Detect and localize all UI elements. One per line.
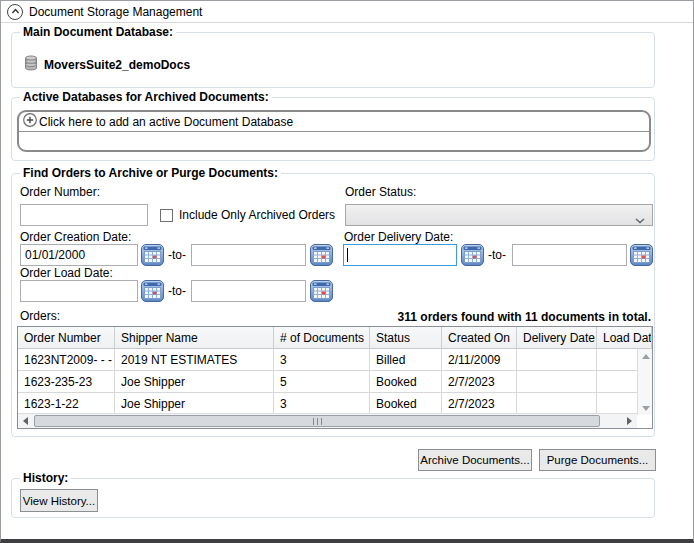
- scroll-right-icon[interactable]: [622, 414, 637, 428]
- history-group-label: History:: [20, 471, 71, 485]
- table-cell: 1623-1-22: [18, 393, 115, 414]
- horizontal-scrollbar[interactable]: [18, 413, 637, 428]
- table-cell: 2/7/2023: [442, 371, 517, 392]
- creation-date-label: Order Creation Date:: [20, 231, 131, 244]
- main-database-name: MoversSuite2_demoDocs: [44, 58, 190, 72]
- table-row[interactable]: 1623-235-23Joe Shipper5Booked2/7/2023: [18, 371, 652, 393]
- to-separator: -to-: [168, 280, 186, 302]
- add-database-button[interactable]: Click here to add an active Document Dat…: [19, 112, 649, 132]
- thumb-grip-icon: [313, 418, 322, 425]
- orders-table-body: 1623NT2009- - -2019 NT ESTIMATES3Billed2…: [18, 349, 652, 415]
- column-header[interactable]: Status: [370, 327, 442, 348]
- active-databases-group: Active Databases for Archived Documents:…: [11, 97, 655, 161]
- panel-header: Document Storage Management: [1, 1, 693, 23]
- active-databases-list: Click here to add an active Document Dat…: [17, 110, 651, 152]
- main-database-group: Main Document Database: MoversSuite2_dem…: [11, 32, 655, 88]
- calendar-icon[interactable]: [310, 244, 333, 266]
- include-archived-checkbox[interactable]: [160, 209, 173, 222]
- find-orders-group-label: Find Orders to Archive or Purge Document…: [20, 166, 281, 180]
- vertical-scrollbar[interactable]: [637, 349, 652, 415]
- table-cell: [517, 393, 597, 414]
- text-caret: [347, 248, 348, 262]
- orders-table: Order NumberShipper Name# of DocumentsSt…: [17, 326, 653, 429]
- database-icon: [23, 55, 39, 74]
- calendar-icon[interactable]: [310, 280, 333, 302]
- table-cell: Joe Shipper: [115, 393, 274, 414]
- table-cell: Billed: [370, 349, 442, 370]
- orders-label: Orders:: [20, 310, 60, 323]
- scrollbar-thumb[interactable]: [34, 415, 600, 427]
- column-header[interactable]: Order Number: [18, 327, 115, 348]
- column-header[interactable]: Load Date: [597, 327, 652, 348]
- delivery-date-to-input[interactable]: [512, 244, 627, 266]
- table-cell: 3: [274, 349, 370, 370]
- calendar-icon[interactable]: [630, 244, 653, 266]
- active-databases-group-label: Active Databases for Archived Documents:: [20, 90, 272, 104]
- view-history-button[interactable]: View History...: [20, 489, 98, 512]
- table-cell: 5: [274, 371, 370, 392]
- to-separator: -to-: [168, 244, 186, 266]
- add-database-label: Click here to add an active Document Dat…: [39, 115, 293, 129]
- table-cell: [517, 371, 597, 392]
- order-number-label: Order Number:: [20, 186, 100, 199]
- panel-title: Document Storage Management: [29, 5, 202, 19]
- purge-documents-button[interactable]: Purge Documents...: [539, 449, 656, 471]
- table-cell: Booked: [370, 371, 442, 392]
- calendar-icon[interactable]: [141, 244, 164, 266]
- column-header[interactable]: Delivery Date: [517, 327, 597, 348]
- column-header[interactable]: Created On: [442, 327, 517, 348]
- chevron-down-icon: [635, 213, 645, 227]
- archive-documents-button[interactable]: Archive Documents...: [418, 449, 532, 471]
- scroll-up-icon[interactable]: [638, 349, 652, 363]
- table-cell: 2/11/2009: [442, 349, 517, 370]
- order-status-dropdown[interactable]: [345, 204, 653, 226]
- main-database-row: MoversSuite2_demoDocs: [23, 55, 190, 74]
- table-cell: 1623-235-23: [18, 371, 115, 392]
- table-cell: 1623NT2009- - -: [18, 349, 115, 370]
- delivery-date-label: Order Delivery Date:: [344, 231, 453, 244]
- table-cell: [517, 349, 597, 370]
- table-row[interactable]: 1623NT2009- - -2019 NT ESTIMATES3Billed2…: [18, 349, 652, 371]
- collapse-toggle-icon[interactable]: [7, 4, 23, 20]
- scroll-down-icon[interactable]: [638, 401, 652, 415]
- calendar-icon[interactable]: [141, 280, 164, 302]
- table-cell: 2019 NT ESTIMATES: [115, 349, 274, 370]
- history-group: History: View History...: [11, 478, 655, 518]
- calendar-icon[interactable]: [461, 244, 484, 266]
- include-archived-label[interactable]: Include Only Archived Orders: [179, 209, 335, 222]
- orders-table-header: Order NumberShipper Name# of DocumentsSt…: [18, 327, 652, 349]
- table-cell: Joe Shipper: [115, 371, 274, 392]
- table-cell: 2/7/2023: [442, 393, 517, 414]
- order-number-input[interactable]: [20, 204, 148, 226]
- load-date-to-input[interactable]: [191, 280, 306, 302]
- document-storage-panel: Document Storage Management Main Documen…: [0, 0, 694, 543]
- orders-table-body-wrap: 1623NT2009- - -2019 NT ESTIMATES3Billed2…: [18, 349, 652, 415]
- results-summary: 311 orders found with 11 documents in to…: [398, 310, 651, 324]
- plus-icon: [22, 112, 38, 131]
- creation-date-to-input[interactable]: [191, 244, 306, 266]
- find-orders-group: Find Orders to Archive or Purge Document…: [11, 173, 655, 437]
- scroll-left-icon[interactable]: [18, 414, 33, 428]
- load-date-from-input[interactable]: [20, 280, 138, 302]
- table-row[interactable]: 1623-1-22Joe Shipper3Booked2/7/2023: [18, 393, 652, 415]
- order-status-label: Order Status:: [345, 186, 416, 199]
- table-cell: Booked: [370, 393, 442, 414]
- creation-date-from-input[interactable]: [20, 244, 138, 266]
- table-cell: 3: [274, 393, 370, 414]
- main-database-group-label: Main Document Database:: [20, 25, 176, 39]
- column-header[interactable]: Shipper Name: [115, 327, 274, 348]
- to-separator: -to-: [488, 244, 506, 266]
- delivery-date-from-input[interactable]: [343, 244, 457, 266]
- column-header[interactable]: # of Documents: [274, 327, 370, 348]
- load-date-label: Order Load Date:: [20, 267, 113, 280]
